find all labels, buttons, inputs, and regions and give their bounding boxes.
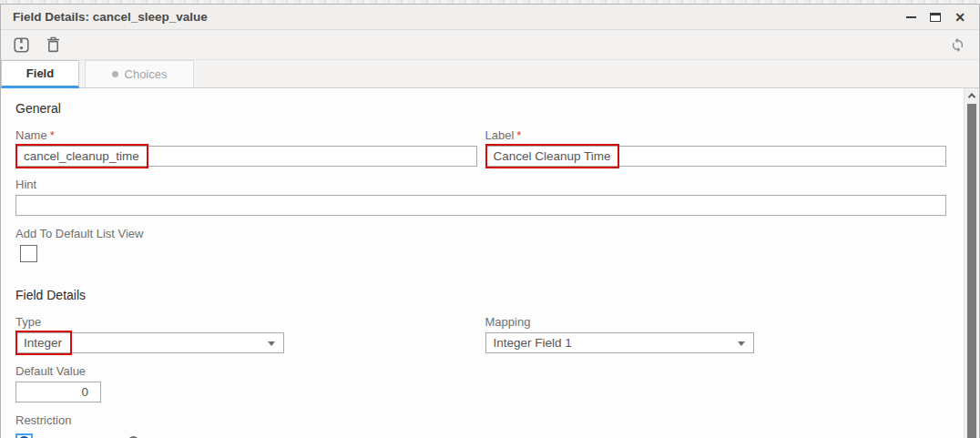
required-asterisk: * xyxy=(50,128,55,142)
dialog-body: General Name* Label* xyxy=(1,88,979,438)
trash-icon xyxy=(46,36,60,53)
dialog-titlebar: Field Details: cancel_sleep_value ✕ xyxy=(1,5,979,30)
dialog-title: Field Details: cancel_sleep_value xyxy=(13,10,208,24)
default-value-input[interactable] xyxy=(15,382,101,402)
dropdown-arrow-icon xyxy=(738,341,745,346)
name-input[interactable] xyxy=(15,146,477,167)
field-details-heading: Field Details xyxy=(15,288,946,302)
save-icon xyxy=(14,37,29,53)
radio-option-no-restriction[interactable]: No Restriction xyxy=(15,433,114,438)
scroll-up-icon xyxy=(968,93,975,100)
refresh-button[interactable] xyxy=(948,36,966,54)
form-content: General Name* Label* xyxy=(15,88,946,438)
default-value-label: Default Value xyxy=(15,364,946,378)
add-default-label: Add To Default List View xyxy=(15,227,946,240)
restriction-radio-group: No Restriction Output Only xyxy=(15,433,946,438)
delete-button[interactable] xyxy=(44,36,62,54)
hint-input[interactable] xyxy=(15,195,946,216)
scrollbar-thumb[interactable] xyxy=(967,104,976,438)
type-dropdown-value: Integer xyxy=(24,336,62,350)
minimize-button[interactable] xyxy=(904,11,917,24)
mapping-dropdown-value: Integer Field 1 xyxy=(494,336,572,350)
label-field-label: Label* xyxy=(485,128,947,142)
hint-field-label: Hint xyxy=(15,178,946,191)
field-details-dialog: Field Details: cancel_sleep_value ✕ xyxy=(0,4,980,438)
type-dropdown[interactable]: Integer xyxy=(15,332,284,353)
mapping-field-label: Mapping xyxy=(485,315,947,329)
label-input[interactable] xyxy=(485,146,947,167)
close-icon: ✕ xyxy=(954,11,965,24)
maximize-button[interactable] xyxy=(929,11,942,24)
save-button[interactable] xyxy=(12,36,30,54)
scroll-up-button[interactable] xyxy=(965,88,979,103)
close-button[interactable]: ✕ xyxy=(954,11,966,24)
tab-choices-label: Choices xyxy=(125,67,168,81)
radio-focus-ring xyxy=(15,433,33,438)
tab-field[interactable]: Field xyxy=(1,60,79,88)
restriction-label: Restriction xyxy=(15,413,946,427)
vertical-scrollbar[interactable] xyxy=(964,88,979,438)
tab-field-label: Field xyxy=(26,66,54,80)
maximize-icon xyxy=(930,13,941,22)
refresh-icon xyxy=(950,37,965,53)
dialog-toolbar xyxy=(1,30,979,60)
general-heading: General xyxy=(15,101,946,116)
tab-bar: Field Choices xyxy=(1,60,979,88)
mapping-dropdown[interactable]: Integer Field 1 xyxy=(485,332,754,353)
name-field-label: Name* xyxy=(15,128,477,142)
choices-dot-icon xyxy=(112,71,118,77)
window-controls: ✕ xyxy=(904,11,966,24)
add-default-checkbox[interactable] xyxy=(20,245,37,262)
type-field-label: Type xyxy=(15,315,477,329)
tab-choices[interactable]: Choices xyxy=(85,60,194,88)
dropdown-arrow-icon xyxy=(268,341,275,346)
minimize-icon xyxy=(906,16,916,18)
required-asterisk: * xyxy=(516,128,521,142)
